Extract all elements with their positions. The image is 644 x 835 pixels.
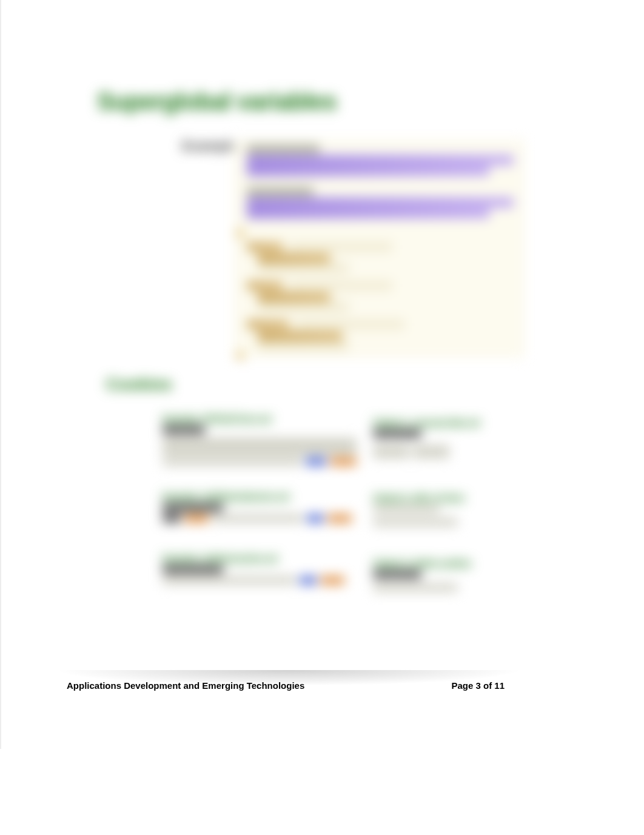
page-footer: Applications Development and Emerging Te… bbox=[67, 680, 505, 691]
output-1-title: Output 1: unusual date set bbox=[373, 417, 512, 427]
blurred-document-body: Superglobal variables Example bbox=[0, 0, 644, 667]
example-block-3: Example: GetDestructive set bbox=[163, 553, 369, 585]
output-block-1: Output 1: unusual date set bbox=[373, 417, 512, 458]
output-block-2: Output 2: after 10 days bbox=[373, 492, 512, 526]
example-3-title: Example: GetDestructive set bbox=[163, 553, 369, 563]
example-label: Example bbox=[182, 138, 237, 154]
footer-page-number: Page 3 of 11 bbox=[451, 680, 505, 691]
output-block-3: Output 3: delete cookies bbox=[373, 558, 512, 592]
heading-superglobal: Superglobal variables bbox=[97, 88, 337, 115]
example-block-2: Example: GetRedundancies set bbox=[163, 491, 369, 523]
example-2-title: Example: GetRedundancies set bbox=[163, 491, 369, 501]
example-1-title: Example: PHPSelf form set bbox=[163, 414, 369, 423]
code-sample-image bbox=[233, 139, 525, 358]
example-block-1: Example: PHPSelf form set bbox=[163, 414, 369, 466]
heading-cookies: Cookies bbox=[106, 375, 172, 394]
output-2-title: Output 2: after 10 days bbox=[373, 492, 512, 502]
footer-course-title: Applications Development and Emerging Te… bbox=[67, 680, 304, 691]
output-3-title: Output 3: delete cookies bbox=[373, 558, 512, 568]
